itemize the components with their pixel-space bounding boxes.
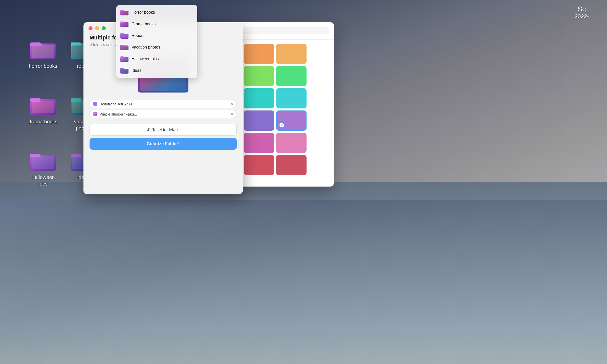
folder-icon-drama-books <box>30 96 56 116</box>
dropdown-item-drama-books[interactable]: Drama books <box>116 18 197 30</box>
dropdown-folder-icon-drama <box>120 21 128 27</box>
window-close-button[interactable] <box>89 26 93 30</box>
color-dot-heliotrope <box>93 102 97 106</box>
color-tag-heliotrope[interactable]: Heliotrope #9B74FB ✕ <box>90 100 237 108</box>
color-tag-purple-illusion[interactable]: Purple illusion "Faku... ✕ <box>90 110 237 118</box>
dropdown-label-horror-books: Horror books <box>132 10 155 15</box>
color-tags-list: Heliotrope #9B74FB ✕ Purple illusion "Fa… <box>90 100 237 118</box>
dropdown-item-vacation-photos[interactable]: Vacation photos <box>116 41 197 53</box>
dropdown-folder-icon-vacation <box>120 44 128 51</box>
color-tag-label-purple-illusion: Purple illusion "Faku... <box>99 112 137 116</box>
color-tag-label-heliotrope: Heliotrope #9B74FB <box>99 102 134 106</box>
svg-rect-32 <box>120 21 124 23</box>
dropdown-popup: Horror books Drama books <box>116 5 197 78</box>
folder-icon-horror-books <box>30 40 56 61</box>
svg-rect-33 <box>121 23 128 26</box>
color-swatch-r0c3[interactable] <box>244 44 274 64</box>
color-dot-purple-illusion <box>93 112 97 116</box>
desktop-label-horror-books: horror books <box>29 63 57 69</box>
color-swatch-r4c4[interactable] <box>276 133 307 153</box>
color-swatch-r5c4[interactable] <box>276 155 307 175</box>
color-tag-close-heliotrope[interactable]: ✕ <box>230 102 233 106</box>
svg-rect-41 <box>120 56 124 58</box>
color-swatch-r4c3[interactable] <box>244 133 274 153</box>
svg-rect-30 <box>121 11 128 15</box>
dropdown-label-drama-books: Drama books <box>132 22 156 26</box>
svg-rect-38 <box>120 45 124 46</box>
widget-date: 2022- <box>556 13 607 20</box>
svg-rect-17 <box>32 156 54 169</box>
svg-rect-44 <box>120 68 124 69</box>
dropdown-label-report: Report <box>132 33 144 38</box>
dropdown-item-ideas[interactable]: Ideas <box>116 65 197 76</box>
swatch-selected-checkmark: ✓ <box>279 122 285 128</box>
svg-rect-39 <box>121 46 128 50</box>
svg-rect-35 <box>120 33 124 34</box>
svg-rect-11 <box>32 101 54 113</box>
dropdown-label-vacation-photos: Vacation photos <box>132 45 160 50</box>
desktop-label-halloween-pics: Halloween pics <box>27 174 59 187</box>
folder-icon-halloween-pics <box>30 152 56 172</box>
svg-rect-45 <box>121 69 128 73</box>
dropdown-label-ideas: Ideas <box>132 68 141 73</box>
reset-button-label: Reset to default <box>151 128 180 132</box>
color-swatch-r3c3[interactable] <box>244 110 274 131</box>
reset-icon: ↺ <box>146 127 150 132</box>
svg-rect-42 <box>121 58 128 61</box>
dropdown-label-halloween-pics: Halloween pics <box>132 57 159 61</box>
window-maximize-button[interactable] <box>102 26 106 30</box>
svg-rect-29 <box>120 10 124 11</box>
color-swatch-r2c4[interactable] <box>276 88 307 108</box>
desktop-icon-drama-books[interactable]: drama books <box>23 96 63 152</box>
color-swatch-r2c3[interactable] <box>244 88 274 108</box>
color-swatch-r1c4[interactable] <box>276 66 307 86</box>
svg-rect-36 <box>121 34 128 38</box>
dropdown-folder-icon-ideas <box>120 67 128 74</box>
dropdown-item-halloween-pics[interactable]: Halloween pics <box>116 53 197 65</box>
reset-button[interactable]: ↺ Reset to default <box>90 124 237 135</box>
desktop-label-drama-books: drama books <box>28 118 58 125</box>
dropdown-item-horror-books[interactable]: Horror books <box>116 7 197 18</box>
colorize-button-label: Colorize Folder! <box>147 141 179 146</box>
dropdown-folder-icon-halloween <box>120 56 128 62</box>
color-swatch-r3c4-selected[interactable]: ✓ <box>276 110 307 131</box>
top-right-widget: Sc 2022- <box>556 5 607 20</box>
dropdown-item-report[interactable]: Report <box>116 30 197 41</box>
desktop-icon-halloween-pics[interactable]: Halloween pics <box>23 152 63 207</box>
color-swatch-r0c4[interactable] <box>276 44 307 64</box>
dropdown-folder-icon-horror <box>120 9 128 16</box>
colorize-button[interactable]: Colorize Folder! <box>90 138 237 150</box>
window-minimize-button[interactable] <box>95 26 99 30</box>
color-swatch-r1c3[interactable] <box>244 66 274 86</box>
widget-sc: Sc <box>556 5 607 13</box>
color-tag-close-purple-illusion[interactable]: ✕ <box>230 112 233 116</box>
dropdown-folder-icon-report <box>120 32 128 39</box>
svg-rect-4 <box>32 45 54 58</box>
color-swatch-r5c3[interactable] <box>244 155 274 175</box>
desktop-icon-horror-books[interactable]: horror books <box>23 40 63 96</box>
